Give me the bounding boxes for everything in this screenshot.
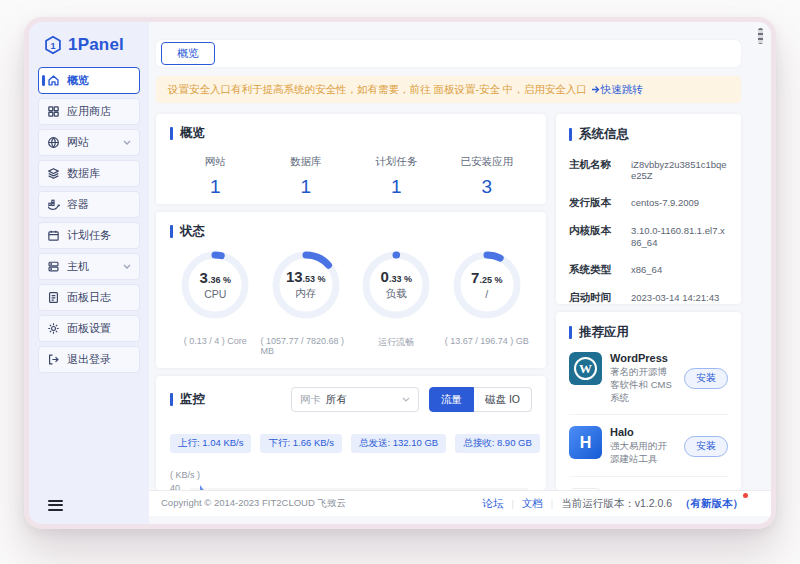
sidebar-item-label: 容器 [67,197,89,212]
docs-link[interactable]: 文档 [522,497,543,511]
layers-icon [47,167,60,180]
sysinfo-row-arch: 系统类型x86_64 [569,263,728,277]
gauge-caption: 运行流畅 [378,336,414,349]
system-info-title: 系统信息 [569,126,728,143]
gauge-caption: ( 0.13 / 4 ) Core [184,336,247,346]
stat-value[interactable]: 1 [261,176,352,198]
arrow-right-icon [591,85,600,94]
chevron-down-icon [123,264,131,269]
stat-installed-apps: 已安装应用 3 [442,155,533,198]
sidebar-item-label: 面板日志 [67,290,111,305]
app-name: Halo [610,426,676,438]
stat-databases: 数据库 1 [261,155,352,198]
home-icon [47,74,60,87]
chevron-down-icon [402,397,410,402]
quick-jump-link[interactable]: 快速跳转 [591,83,643,97]
sidebar-item-cronjob[interactable]: 计划任务 [38,222,140,249]
download-badge: 下行: 1.66 KB/s [260,434,341,453]
forum-link[interactable]: 论坛 [482,497,503,511]
grid-icon [47,105,60,118]
gauge-cpu: 3.36 % CPU ( 0.13 / 4 ) Core [170,248,261,356]
sidebar-item-logout[interactable]: 退出登录 [38,346,140,373]
new-version-badge[interactable]: （有新版本） [680,497,743,511]
sidebar-item-label: 网站 [67,135,89,150]
app-item-halo: H Halo 强大易用的开源建站工具 安装 [569,415,728,477]
logo: 1 1Panel [38,35,140,55]
disk-io-button[interactable]: 磁盘 IO [474,387,532,412]
sidebar-item-label: 退出登录 [67,352,111,367]
app-item-openresty: OpenResty 基于 NGINX 与 LuaJIT 的高性能 Web 平台 … [569,477,728,490]
tab-bar: 概览 [156,40,741,67]
upload-badge: 上行: 1.04 KB/s [170,434,251,453]
footer: Copyright © 2014-2023 FIT2CLOUD 飞致云 论坛 |… [149,490,771,516]
stat-websites: 网站 1 [170,155,261,198]
globe-icon [47,136,60,149]
install-wordpress-button[interactable]: 安装 [684,368,728,389]
main-content: 概览 设置安全入口有利于提高系统的安全性，如有需要，前往 面板设置-安全 中，启… [149,22,771,524]
halo-icon: H [569,426,602,459]
recommended-apps-title: 推荐应用 [569,324,728,341]
sidebar: 1 1Panel 概览 应用商店 网站 数据库 容器 计划任务 [29,22,149,524]
gear-icon [47,322,60,335]
stat-value[interactable]: 3 [442,176,533,198]
scrollbar-thumb[interactable] [758,28,763,44]
sidebar-item-label: 主机 [67,259,89,274]
status-gauges: 3.36 % CPU ( 0.13 / 4 ) Core 13.53 % [170,248,532,356]
sysinfo-row-release: 发行版本centos-7.9.2009 [569,196,728,210]
sidebar-item-website[interactable]: 网站 [38,129,140,156]
app-item-wordpress: W WordPress 著名的开源博客软件和 CMS 系统 安装 [569,341,728,415]
app-title: 1Panel [68,35,124,55]
sidebar-item-host[interactable]: 主机 [38,253,140,280]
sidebar-item-label: 数据库 [67,166,100,181]
server-icon [47,260,60,273]
sidebar-item-overview[interactable]: 概览 [38,67,140,94]
recommended-apps-card: 推荐应用 W WordPress 著名的开源博客软件和 CMS 系统 安装 H … [556,312,741,490]
logout-icon [47,353,60,366]
sidebar-item-label: 面板设置 [67,321,111,336]
svg-text:1: 1 [50,41,55,51]
collapse-sidebar-button[interactable] [48,497,63,513]
overview-card: 概览 网站 1 数据库 1 计划任务 1 已安装应用 3 [156,114,546,204]
traffic-chart: 40 [170,482,532,490]
install-halo-button[interactable]: 安装 [684,436,728,457]
tab-overview[interactable]: 概览 [161,42,215,65]
system-info-card: 系统信息 主机名称iZ8vbbyz2u3851c1bqee25Z 发行版本cen… [556,114,741,304]
copyright-text: Copyright © 2014-2023 FIT2CLOUD 飞致云 [161,497,346,510]
app-desc: 强大易用的开源建站工具 [610,440,676,466]
hexagon-logo-icon: 1 [43,35,63,55]
gauge-caption: ( 1057.77 / 7820.68 ) MB [261,336,352,356]
sysinfo-row-hostname: 主机名称iZ8vbbyz2u3851c1bqee25Z [569,158,728,182]
sidebar-item-label: 概览 [67,73,89,88]
security-warning-banner: 设置安全入口有利于提高系统的安全性，如有需要，前往 面板设置-安全 中，启用安全… [156,76,741,103]
chart-unit-label: ( KB/s ) [170,470,532,480]
sidebar-item-label: 应用商店 [67,104,111,119]
status-card: 状态 3.36 % CPU ( 0.13 / 4 ) Core [156,212,546,368]
sidebar-item-appstore[interactable]: 应用商店 [38,98,140,125]
sidebar-item-label: 计划任务 [67,228,111,243]
banner-text: 设置安全入口有利于提高系统的安全性，如有需要，前往 面板设置-安全 中，启用安全… [168,83,587,97]
gauge-memory: 13.53 % 内存 ( 1057.77 / 7820.68 ) MB [261,248,352,356]
container-icon [47,198,60,211]
app-window: 1 1Panel 概览 应用商店 网站 数据库 容器 计划任务 [24,17,776,529]
monitor-card-title: 监控 [170,391,205,408]
monitor-card: 监控 网卡 所有 流量 磁盘 IO 上行: 1.04 KB/s 下行: 1.66… [156,376,546,490]
network-card-select[interactable]: 网卡 所有 [291,387,419,412]
total-received-badge: 总接收: 8.90 GB [455,434,540,453]
gauge-load: 0.33 % 负载 运行流畅 [351,248,442,356]
sidebar-item-database[interactable]: 数据库 [38,160,140,187]
calendar-icon [47,229,60,242]
status-card-title: 状态 [170,223,532,240]
sidebar-item-panel-settings[interactable]: 面板设置 [38,315,140,342]
stat-value[interactable]: 1 [170,176,261,198]
overview-card-title: 概览 [170,125,532,142]
chevron-down-icon [123,140,131,145]
document-icon [47,291,60,304]
app-desc: 著名的开源博客软件和 CMS 系统 [610,366,676,404]
sysinfo-row-boot-time: 启动时间2023-03-14 14:21:43 [569,291,728,305]
app-name: WordPress [610,352,676,364]
sidebar-item-container[interactable]: 容器 [38,191,140,218]
stat-cronjobs: 计划任务 1 [351,155,442,198]
sidebar-item-panel-logs[interactable]: 面板日志 [38,284,140,311]
traffic-button[interactable]: 流量 [429,387,474,412]
stat-value[interactable]: 1 [351,176,442,198]
